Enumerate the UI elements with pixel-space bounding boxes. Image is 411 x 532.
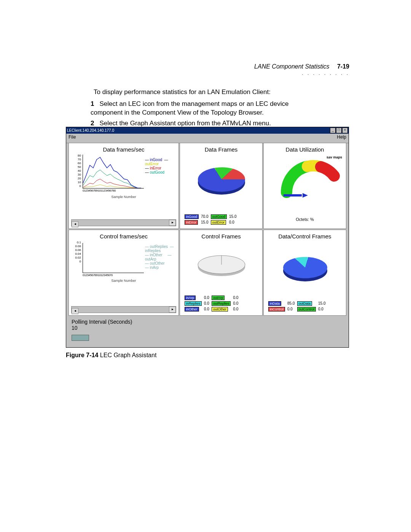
figure-caption: Figure 7-14 LEC Graph Assistant [66,352,156,359]
window-title: LEClient.140.204.140.177.0 [67,128,114,133]
scroll-left-icon[interactable]: ◂ [72,221,78,227]
minimize-button[interactable]: _ [330,128,336,133]
title-bar[interactable]: LEClient.140.204.140.177.0 _ □ × [66,127,349,134]
panel-title: Data Utilization [264,143,346,154]
legend-data-control: inData85.0 outData15.0 inControl0.0 outC… [267,300,327,312]
x-label: Sample Number [69,279,178,283]
pie-data-control-icon [264,241,346,287]
step-2-text: Select the Graph Assistant option from t… [99,120,271,127]
line-legend-2: — outReplies — inReplies — inOther — out… [145,244,178,270]
section-title: LANE Component Statistics [254,63,329,70]
panel-data-utilization: Data Utilization sav maps Octets: % [263,143,346,229]
polling-label: Polling Interval (Seconds) [72,319,132,325]
step-2-num: 2 [91,120,94,127]
gauge-icon [264,154,346,211]
scroll-left-icon[interactable]: ◂ [72,308,78,314]
panel-data-control-frames: Data/Control Frames inData85.0 outData15… [263,230,346,316]
step-1-num: 1 [91,100,94,107]
legend-control-frames: inArp0.0 outArp0.0 inReplies0.0 outRepli… [183,294,240,312]
document-page: LANE Component Statistics 7-19 · · · · ·… [0,0,411,532]
y-ticks: 0.10.080.060.040.020 [74,241,81,264]
gauge-units: Octets: % [264,217,346,222]
panel-title: Data frames/sec [69,143,178,154]
line-chart-2 [83,243,144,273]
line-legend-1: — inGood — outError — inError — outGood [145,158,178,174]
panel-data-frames: Data Frames inGood70.0 outGood15.0 inErr… [180,143,263,229]
scrollbar-2[interactable]: ◂▸ [71,306,176,313]
menu-help[interactable]: Help [337,134,346,142]
panel-title: Data/Control Frames [264,230,346,241]
x-ticks: 01234567891012345670 [83,273,113,277]
panel-title: Control Frames [180,230,262,241]
y-ticks: 80706050403020100 [74,154,81,188]
polling-value: 10 [72,325,132,331]
panel-control-frames: Control Frames inArp0.0 outArp0.0 inRepl… [180,230,263,316]
line-chart-1 [83,155,144,189]
menu-bar: File Help [66,134,349,143]
window-buttons: _ □ × [330,128,348,133]
header-dots: · · · · · · · · · [302,72,349,77]
chart-grid: Data frames/sec 80706050403020100 012345… [68,143,346,316]
close-button[interactable]: × [342,128,348,133]
scroll-right-icon[interactable]: ▸ [169,220,176,226]
step-1-text: Select an LEC icon from the management m… [91,100,289,116]
legend-data-frames: inGood70.0 outGood15.0 inError15.0 outEr… [183,213,238,225]
page-header: LANE Component Statistics 7-19 [254,63,349,70]
panel-title: Control frames/sec [69,230,178,241]
svg-marker-2 [303,193,308,198]
scroll-right-icon[interactable]: ▸ [169,307,176,313]
panel-data-frames-sec: Data frames/sec 80706050403020100 012345… [68,143,179,229]
caption-text: LEC Graph Assistant [98,352,156,358]
step-1: 1Select an LEC icon from the management … [91,100,319,117]
x-label: Sample Number [69,195,178,199]
window-client: File Help Data frames/sec 80706050403020… [66,134,349,347]
app-window: LEClient.140.204.140.177.0 _ □ × File He… [66,127,349,348]
gauge-top-label: sav maps [327,155,342,159]
panel-control-frames-sec: Control frames/sec 0.10.080.060.040.020 … [68,230,179,316]
scrollbar-1[interactable]: ◂▸ [71,219,176,226]
intro-text: To display performance statistics for an… [94,88,271,96]
menu-file[interactable]: File [68,134,76,142]
polling-interval: Polling Interval (Seconds) 10 [72,319,132,331]
step-2: 2Select the Graph Assistant option from … [91,120,271,127]
maximize-button[interactable]: □ [336,128,342,133]
x-ticks: 0123456789101123456780 [83,189,116,192]
caption-fig: Figure 7-14 [66,352,98,358]
panel-title: Data Frames [180,143,262,154]
pie-data-frames-icon [180,154,263,200]
pie-control-frames-icon [180,241,263,283]
polling-slider[interactable] [72,335,89,341]
page-number: 7-19 [337,63,349,70]
